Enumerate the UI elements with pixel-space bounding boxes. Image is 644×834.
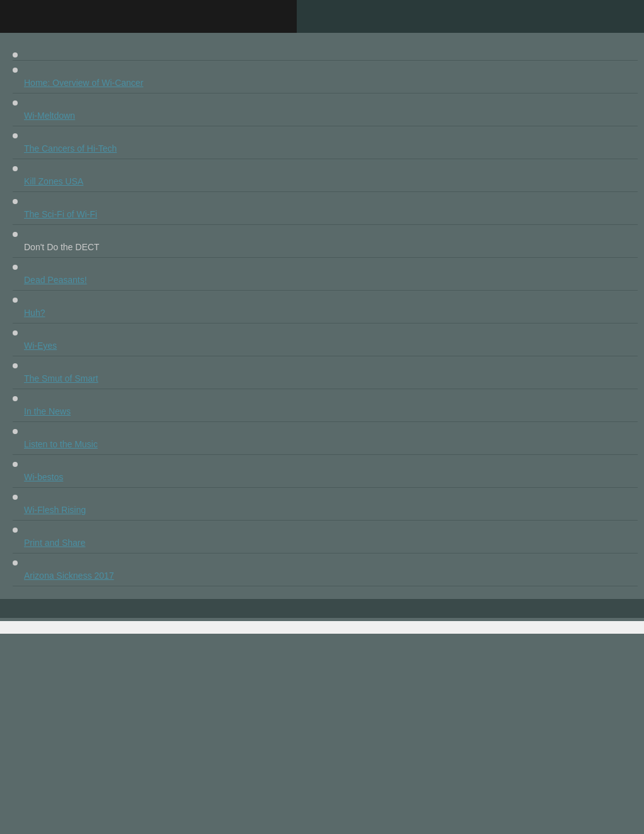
bullet-icon [13,100,18,106]
nav-link[interactable]: Arizona Sickness 2017 [24,571,114,581]
link-row: The Cancers of Hi-Tech [13,141,638,159]
bullet-row [13,45,638,60]
link-row: Home: Overview of Wi-Cancer [13,75,638,93]
nav-item: Huh? [13,291,638,323]
link-row: Wi-Eyes [13,338,638,356]
link-row: Don't Do the DECT [13,239,638,257]
link-row: The Sci-Fi of Wi-Fi [13,207,638,224]
bullet-row [13,258,638,272]
nav-link[interactable]: Dead Peasants! [24,275,87,285]
nav-link[interactable]: The Cancers of Hi-Tech [24,143,117,154]
bullet-row [13,94,638,108]
footer-bar [0,621,644,634]
bullet-row [13,389,638,404]
nav-item [13,45,638,61]
nav-link[interactable]: Huh? [24,308,45,318]
link-row: Listen to the Music [13,437,638,454]
nav-label: Don't Do the DECT [24,242,99,252]
bullet-icon [13,396,18,401]
link-row: In the News [13,404,638,421]
bullet-row [13,225,638,239]
nav-item: Wi-Eyes [13,323,638,356]
nav-item: The Cancers of Hi-Tech [13,126,638,159]
top-bar-left [0,0,297,33]
nav-item: Kill Zones USA [13,159,638,192]
bullet-icon [13,560,18,565]
bullet-row [13,488,638,502]
bullet-row [13,422,638,437]
nav-link[interactable]: Listen to the Music [24,439,98,449]
nav-item: Arizona Sickness 2017 [13,553,638,586]
bullet-icon [13,462,18,467]
bullet-row [13,553,638,568]
nav-item: Listen to the Music [13,422,638,455]
link-row: Kill Zones USA [13,174,638,191]
link-row: Dead Peasants! [13,272,638,290]
bullet-icon [13,298,18,303]
bullet-icon [13,52,18,57]
nav-list: Home: Overview of Wi-CancerWi-MeltdownTh… [13,45,638,586]
link-row: Arizona Sickness 2017 [13,568,638,586]
nav-item: Wi-Meltdown [13,94,638,126]
nav-item: Wi-bestos [13,455,638,488]
nav-item: In the News [13,389,638,422]
bullet-icon [13,429,18,434]
link-row: Wi-Flesh Rising [13,502,638,520]
nav-item: Dead Peasants! [13,258,638,291]
nav-item: Home: Overview of Wi-Cancer [13,61,638,94]
bullet-row [13,126,638,141]
nav-link[interactable]: Print and Share [24,538,85,548]
bullet-row [13,61,638,75]
link-row: Wi-bestos [13,469,638,487]
top-bar-right [297,0,644,33]
bullet-icon [13,232,18,237]
main-content: Home: Overview of Wi-CancerWi-MeltdownTh… [0,33,644,593]
nav-link[interactable]: Wi-Flesh Rising [24,505,86,515]
nav-link[interactable]: The Sci-Fi of Wi-Fi [24,209,97,219]
bullet-row [13,192,638,207]
bullet-row [13,291,638,305]
bullet-row [13,159,638,174]
nav-link[interactable]: Home: Overview of Wi-Cancer [24,78,143,88]
bottom-footer [0,599,644,618]
link-row: Wi-Meltdown [13,108,638,126]
nav-link[interactable]: Kill Zones USA [24,176,83,186]
bullet-icon [13,133,18,138]
bullet-row [13,323,638,338]
bullet-icon [13,330,18,335]
nav-item: The Sci-Fi of Wi-Fi [13,192,638,225]
bullet-icon [13,68,18,73]
nav-link[interactable]: Wi-Meltdown [24,111,75,121]
link-row: Huh? [13,305,638,323]
bullet-icon [13,495,18,500]
nav-link[interactable]: Wi-bestos [24,472,63,482]
bullet-icon [13,199,18,204]
bullet-row [13,455,638,469]
nav-item: Print and Share [13,521,638,553]
bullet-icon [13,528,18,533]
bullet-row [13,521,638,535]
nav-link[interactable]: In the News [24,406,71,416]
link-row: The Smut of Smart [13,371,638,389]
bullet-icon [13,363,18,368]
nav-link[interactable]: The Smut of Smart [24,373,98,384]
nav-item: The Smut of Smart [13,356,638,389]
bullet-icon [13,265,18,270]
nav-item: Wi-Flesh Rising [13,488,638,521]
bullet-row [13,356,638,371]
link-row: Print and Share [13,535,638,553]
top-bar [0,0,644,33]
nav-item: Don't Do the DECT [13,225,638,258]
bullet-icon [13,166,18,171]
nav-link[interactable]: Wi-Eyes [24,341,57,351]
